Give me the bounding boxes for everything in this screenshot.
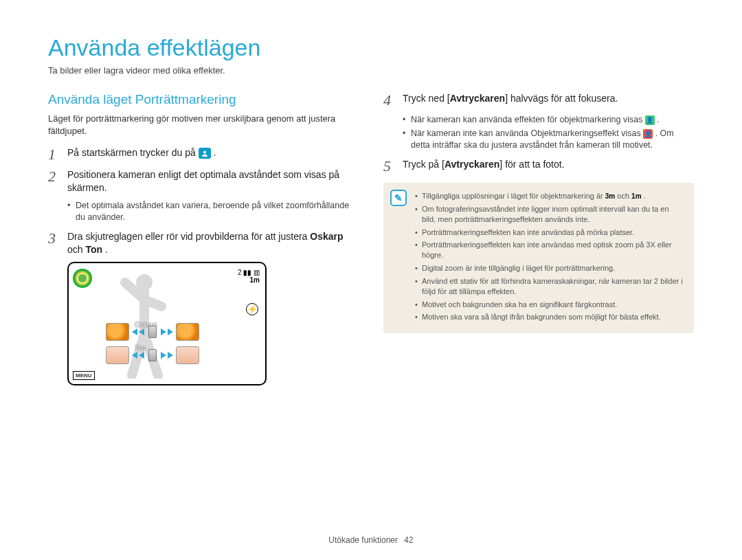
page-footer: Utökade funktioner 42 (0, 535, 742, 545)
step-5-text-pre: Tryck på [ (403, 159, 445, 170)
step-1-text-post: . (214, 147, 216, 158)
note-item: Motiven ska vara så långt ifrån bakgrund… (415, 312, 684, 322)
left-column: Använda läget Porträttmarkering Läget fö… (48, 92, 359, 385)
step-number: 3 (48, 230, 60, 256)
step-4-bold: Avtryckaren (450, 93, 505, 104)
page-subtitle: Ta bilder eller lagra videor med olika e… (48, 65, 694, 76)
thumb-left-icon (106, 346, 129, 364)
note-item: Porträttmarkeringseffekten kan inte anvä… (415, 227, 684, 238)
note-item: Om fotograferingsavståndet inte ligger i… (415, 204, 684, 225)
step-4: 4 Tryck ned [Avtryckaren] halvvägs för a… (383, 92, 694, 109)
step-3-text-pre: Dra skjutreglagen eller rör vid provbild… (67, 231, 310, 242)
step-3-text-mid: och (67, 244, 85, 255)
step-5-text-post: ] för att ta fotot. (499, 159, 564, 170)
step-number: 5 (383, 158, 396, 175)
step-number: 1 (48, 146, 60, 163)
step-4-subitem-1: När kameran kan använda effekten för obj… (403, 114, 694, 126)
camera-preview-screenshot: 2 ▮▮ ▥ 1m ⚡ Oskarp Ton (67, 262, 267, 385)
note-item: Motivet och bakgrunden ska ha en signifi… (415, 300, 684, 310)
note-item: Tillgängliga upplösningar i läget för ob… (415, 191, 684, 201)
slider-ton (106, 346, 199, 365)
slider-handle-icon (148, 349, 157, 361)
arrow-right-icon (168, 352, 173, 359)
step-2-subitem: Det optimala avståndet kan variera, bero… (67, 200, 359, 223)
step-2-text: Positionera kameran enligt det optimala … (67, 168, 359, 194)
thumb-left-icon (106, 323, 129, 341)
step-4-text-post: ] halvvägs för att fokusera. (505, 93, 618, 104)
resolution-3m-icon: 3m (605, 192, 615, 201)
step-number: 2 (48, 168, 60, 194)
arrow-right-icon (161, 328, 166, 335)
intro-paragraph: Läget för porträttmarkering gör motiven … (48, 113, 359, 137)
right-column: 4 Tryck ned [Avtryckaren] halvvägs för a… (383, 92, 694, 385)
resolution-1m-icon: 1m (631, 192, 641, 201)
thumb-right-icon (176, 346, 199, 364)
step-4-text-pre: Tryck ned [ (403, 93, 450, 104)
portrait-mode-icon (199, 148, 211, 159)
thumb-right-icon (176, 323, 199, 341)
slider-handle-icon (148, 326, 157, 338)
arrow-right-icon (161, 352, 166, 359)
svg-point-0 (203, 151, 206, 154)
fail-indicator-icon: 👤 (643, 129, 653, 139)
arrow-left-icon (132, 352, 137, 359)
footer-section: Utökade funktioner (328, 535, 398, 545)
step-4-subitem-2: När kameran inte kan använda Objektmarke… (403, 128, 694, 151)
arrow-left-icon (139, 352, 144, 359)
mode-indicator-icon (73, 269, 92, 288)
step-1: 1 På startskärmen trycker du på . (48, 146, 359, 163)
note-icon: ✎ (390, 190, 407, 206)
ok-indicator-icon: 👤 (645, 115, 655, 125)
flash-icon: ⚡ (246, 303, 258, 315)
arrow-left-icon (139, 328, 144, 335)
note-item: Porträttmarkeringseffekten kan inte anvä… (415, 240, 684, 260)
menu-badge: MENU (73, 371, 95, 380)
arrow-left-icon (132, 328, 137, 335)
note-item: Digital zoom är inte tillgänglig i läget… (415, 263, 684, 273)
step-3: 3 Dra skjutreglagen eller rör vid provbi… (48, 230, 359, 256)
section-title: Använda läget Porträttmarkering (48, 92, 359, 107)
note-item: Använd ett stativ för att förhindra kame… (415, 276, 684, 297)
top-right-indicators: 2 ▮▮ ▥ 1m (238, 269, 260, 284)
step-3-bold-2: Ton (85, 244, 102, 255)
page-number: 42 (404, 535, 413, 545)
slider-oskarp (106, 322, 199, 341)
step-2: 2 Positionera kameran enligt det optimal… (48, 168, 359, 194)
arrow-right-icon (168, 328, 173, 335)
step-3-bold-1: Oskarp (310, 231, 343, 242)
note-box: ✎ Tillgängliga upplösningar i läget för … (383, 183, 694, 333)
step-5-bold: Avtryckaren (445, 159, 499, 170)
step-3-text-post: . (105, 244, 108, 255)
step-1-text-pre: På startskärmen trycker du på (67, 147, 199, 158)
step-number: 4 (383, 92, 396, 109)
step-5: 5 Tryck på [Avtryckaren] för att ta foto… (383, 158, 694, 175)
page-title: Använda effektlägen (48, 34, 694, 61)
